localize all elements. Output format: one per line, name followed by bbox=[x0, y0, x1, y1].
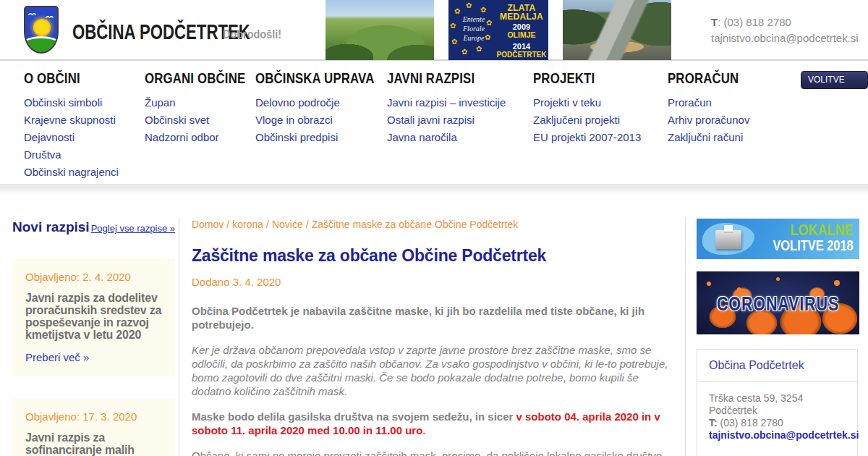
contact-address: Trška cesta 59, 3254 Podčetrtek bbox=[709, 392, 846, 417]
nav-link[interactable]: Javna naročila bbox=[387, 129, 506, 146]
lokalne-volitve-banner[interactable]: LOKALNE VOLITVE 2018 bbox=[697, 219, 859, 259]
virus-dot bbox=[707, 282, 711, 286]
nav-heading[interactable]: JAVNI RAZPISI bbox=[387, 69, 482, 87]
contact-box: Občina Podčetrtek Trška cesta 59, 3254 P… bbox=[697, 349, 858, 456]
municipality-logo[interactable] bbox=[24, 6, 59, 54]
article-title: Zaščitne maske za občane Občine Podčetrt… bbox=[192, 246, 675, 266]
nav-link[interactable]: Dejavnosti bbox=[24, 129, 119, 146]
nav-link[interactable]: Zaključni računi bbox=[668, 129, 757, 146]
article-main: Domov/korona/Novice/Zaščitne maske za ob… bbox=[192, 219, 675, 456]
nav-shadow bbox=[0, 185, 868, 195]
swallow-bird-icon bbox=[46, 16, 54, 21]
flower-icon: ✿ bbox=[476, 45, 482, 53]
nav-heading[interactable]: OBČINSKA UPRAVA bbox=[255, 69, 375, 87]
nav-link[interactable]: Projekti v teku bbox=[533, 94, 641, 111]
read-more-link[interactable]: Preberi več » bbox=[25, 351, 162, 363]
article-intro-paragraph: Občina Podčetrtek je nabavila zaščitne m… bbox=[192, 304, 675, 332]
badge-place: OLIMJE bbox=[495, 31, 548, 39]
breadcrumb-current: Zaščitne maske za občane Občine Podčetrt… bbox=[312, 219, 519, 230]
nav-link[interactable]: Občinski nagrajenci bbox=[24, 164, 119, 181]
nav-column-javni-razpisi: JAVNI RAZPISI Javni razpisi – investicij… bbox=[387, 69, 506, 146]
masks-text: Maske bodo delila gasilska društva na sv… bbox=[192, 410, 516, 423]
flower-icon: ✿ bbox=[466, 1, 472, 9]
nav-link[interactable]: Župan bbox=[145, 94, 271, 111]
flower-icon: ✿ bbox=[480, 6, 486, 14]
volitve-2018-button[interactable]: VOLITVE 2018 bbox=[801, 71, 868, 89]
nav-link[interactable]: Arhiv proračunov bbox=[668, 111, 757, 129]
nav-link[interactable]: Krajevne skupnosti bbox=[24, 111, 119, 129]
nav-column-organi-obcine: ORGANI OBČINE Župan Občinski svet Nadzor… bbox=[145, 69, 271, 146]
badge-award-line: MEDALJA bbox=[495, 12, 548, 21]
breadcrumb-link-domov[interactable]: Domov bbox=[192, 219, 224, 230]
news-card[interactable]: Objavljeno: 17. 3. 2020 Javni razpis za … bbox=[12, 399, 175, 456]
shield-hills bbox=[24, 36, 59, 54]
news-card[interactable]: Objavljeno: 2. 4. 2020 Javni razpis za d… bbox=[12, 259, 175, 376]
nav-link[interactable]: Ostali javni razpisi bbox=[387, 111, 506, 129]
news-title-link[interactable]: Javni razpis za dodelitev proračunskih s… bbox=[25, 292, 162, 341]
news-date: Objavljeno: 17. 3. 2020 bbox=[25, 410, 162, 423]
nav-link[interactable]: Občinski simboli bbox=[24, 94, 119, 111]
article-masks-paragraph: Maske bodo delila gasilska društva na sv… bbox=[192, 410, 675, 437]
article-delivery-paragraph: Občane, ki sami ne morejo prevzeti zašči… bbox=[192, 449, 675, 456]
nav-link[interactable]: EU projekti 2007-2013 bbox=[533, 129, 641, 146]
virus-dot bbox=[834, 280, 840, 286]
phone-label: T bbox=[711, 16, 718, 28]
breadcrumb: Domov/korona/Novice/Zaščitne maske za ob… bbox=[192, 219, 675, 230]
breadcrumb-separator: / bbox=[226, 219, 229, 230]
view-all-link[interactable]: Poglej vse razpise » bbox=[91, 223, 175, 234]
flower-icon: ✿ bbox=[450, 22, 456, 30]
article-italic-paragraph: Ker je država občanom prepovedala vstop … bbox=[192, 343, 675, 398]
vertical-divider bbox=[685, 217, 686, 456]
breadcrumb-link-novice[interactable]: Novice bbox=[272, 219, 303, 230]
breadcrumb-separator: / bbox=[266, 219, 269, 230]
entente-florale-badge: ✿ ✿ ✿ ✿ ✿ ✿ ✿ ✿ ✿ Entente Florale Europe… bbox=[448, 0, 548, 60]
breadcrumb-separator: / bbox=[306, 219, 309, 230]
nav-link[interactable]: Vloge in obrazci bbox=[255, 111, 404, 129]
site-header: OBČINA PODČETRTEK Dobrodošli! ✿ ✿ ✿ ✿ ✿ … bbox=[0, 0, 868, 61]
nav-column-projekti: PROJEKTI Projekti v teku Zaključeni proj… bbox=[533, 69, 641, 146]
banner-volitve-line1: LOKALNE bbox=[773, 222, 854, 238]
badge-year: 2014 bbox=[495, 42, 548, 51]
masks-text-end: . bbox=[422, 424, 425, 436]
contact-box-title[interactable]: Občina Podčetrtek bbox=[697, 350, 857, 382]
badge-award-text: ZLATA MEDALJA 2009 OLIMJE 2014 PODČETRTE… bbox=[495, 0, 548, 60]
nav-link[interactable]: Javni razpisi – investicije bbox=[387, 94, 506, 111]
header-email-link[interactable]: tajnistvo.obcina@podcetrtek.si bbox=[711, 30, 859, 46]
coronavirus-banner[interactable]: CORONAVIRUS bbox=[697, 271, 859, 334]
news-title-link[interactable]: Javni razpis za sofinanciranje malih kom… bbox=[25, 431, 162, 456]
flower-icon: ✿ bbox=[461, 48, 467, 56]
nav-link[interactable]: Zaključeni projekti bbox=[533, 111, 641, 129]
nav-heading[interactable]: O OBČINI bbox=[24, 69, 100, 87]
badge-place: PODČETRTEK bbox=[495, 51, 548, 59]
nav-column-proracun: PRORAČUN Proračun Arhiv proračunov Zaklj… bbox=[668, 69, 757, 146]
nav-link[interactable]: Nadzorni odbor bbox=[145, 129, 271, 146]
coat-of-arms-shield bbox=[24, 6, 59, 54]
nav-link[interactable]: Društva bbox=[24, 146, 119, 164]
virus-dot bbox=[737, 287, 741, 291]
virus-dot bbox=[776, 277, 780, 281]
nav-heading[interactable]: ORGANI OBČINE bbox=[145, 69, 245, 87]
breadcrumb-link-korona[interactable]: korona bbox=[232, 219, 263, 230]
phone-number: : (03) 818 2780 bbox=[718, 16, 791, 28]
nav-link[interactable]: Delovno področje bbox=[255, 94, 404, 111]
contact-phone: T: (03) 818 2780 bbox=[709, 417, 846, 429]
welcome-text: Dobrodošli! bbox=[223, 28, 281, 42]
nav-heading[interactable]: PROJEKTI bbox=[533, 69, 619, 87]
nav-heading[interactable]: PRORAČUN bbox=[668, 69, 739, 87]
badge-flower-ring: ✿ ✿ ✿ ✿ ✿ ✿ ✿ ✿ ✿ Entente Florale Europe bbox=[448, 0, 495, 60]
badge-org-name: Entente Florale Europe bbox=[457, 14, 490, 43]
ballot-slip-icon bbox=[724, 225, 733, 232]
vertical-divider bbox=[179, 217, 179, 456]
article-date: Dodano 3. 4. 2020 bbox=[192, 276, 675, 288]
badge-org-line: Entente bbox=[457, 14, 490, 24]
nav-column-obcinska-uprava: OBČINSKA UPRAVA Delovno področje Vloge i… bbox=[255, 69, 404, 146]
nav-link[interactable]: Občinski svet bbox=[145, 111, 271, 129]
nav-link[interactable]: Občinski predpisi bbox=[255, 129, 404, 146]
header-phone: T: (03) 818 2780 bbox=[711, 14, 859, 30]
coronavirus-text: CORONAVIRUS bbox=[713, 293, 843, 316]
contact-email-link[interactable]: tajnistvo.obcina@podcetrtek.si bbox=[709, 429, 846, 442]
nav-link[interactable]: Proračun bbox=[668, 94, 757, 111]
right-sidebar: LOKALNE VOLITVE 2018 CORONAVIRUS Občina … bbox=[697, 219, 859, 456]
contact-phone-label: T: bbox=[709, 417, 718, 428]
nav-column-o-obcini: O OBČINI Občinski simboli Krajevne skupn… bbox=[24, 69, 119, 181]
